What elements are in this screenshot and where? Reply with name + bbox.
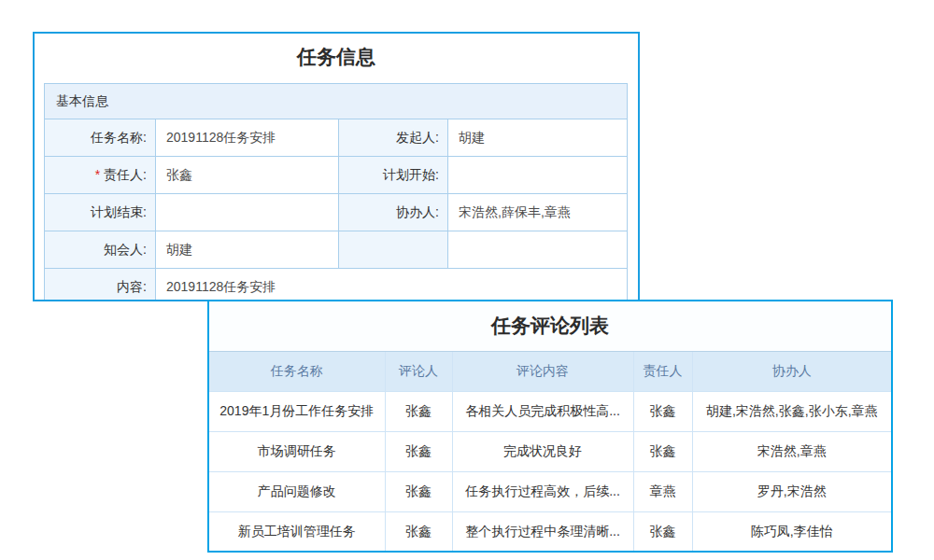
table-row: 新员工培训管理任务 张鑫 整个执行过程中条理清晰... 张鑫 陈巧凤,李佳怡 (209, 511, 891, 552)
comment-list-title: 任务评论列表 (209, 313, 891, 339)
form-row: *责任人: 张鑫 计划开始: (45, 157, 628, 194)
owner-link[interactable]: 张鑫 (633, 511, 692, 552)
content-value: 20191128任务安排 (156, 269, 628, 302)
owner-link[interactable]: 张鑫 (633, 391, 692, 431)
task-name-value: 20191128任务安排 (156, 119, 339, 157)
comment-table-header-row: 任务名称 评论人 评论内容 责任人 协办人 (209, 352, 891, 391)
task-info-title: 任务信息 (35, 44, 638, 70)
form-row: 计划结束: 协办人: 宋浩然,薛保丰,章燕 (45, 194, 628, 231)
comment-text: 完成状况良好 (452, 431, 633, 471)
collaborators-label: 协办人: (339, 194, 448, 231)
plan-end-label: 计划结束: (45, 194, 156, 231)
plan-start-value (448, 157, 628, 194)
column-header-owner: 责任人 (633, 352, 692, 391)
owner-label-text: 责任人: (104, 167, 147, 182)
comment-table-wrap: 任务名称 评论人 评论内容 责任人 协办人 2019年1月份工作任务安排 张鑫 … (209, 351, 891, 552)
form-row: 知会人: 胡建 (45, 231, 628, 269)
column-header-collaborators: 协办人 (692, 352, 891, 391)
comment-table: 任务名称 评论人 评论内容 责任人 协办人 2019年1月份工作任务安排 张鑫 … (209, 352, 891, 552)
commenter-link[interactable]: 张鑫 (385, 431, 452, 471)
task-info-form: 基本信息 任务名称: 20191128任务安排 发起人: 胡建 *责任人: 张鑫… (44, 83, 628, 301)
table-row: 2019年1月份工作任务安排 张鑫 各相关人员完成积极性高... 张鑫 胡建,宋… (209, 391, 891, 431)
commenter-link[interactable]: 张鑫 (385, 391, 452, 431)
initiator-label: 发起人: (339, 119, 448, 157)
collaborators-text: 陈巧凤,李佳怡 (692, 511, 891, 552)
task-link[interactable]: 市场调研任务 (209, 431, 385, 471)
commenter-link[interactable]: 张鑫 (385, 471, 452, 511)
form-row: 内容: 20191128任务安排 (45, 269, 628, 302)
collaborators-text: 宋浩然,章燕 (692, 431, 891, 471)
initiator-value: 胡建 (448, 119, 628, 157)
form-row: 任务名称: 20191128任务安排 发起人: 胡建 (45, 119, 628, 157)
empty-value-cell (448, 231, 628, 269)
required-mark: * (95, 167, 100, 182)
content-label: 内容: (45, 269, 156, 302)
cc-label: 知会人: (45, 231, 156, 269)
plan-end-value (156, 194, 339, 231)
owner-link[interactable]: 张鑫 (633, 431, 692, 471)
plan-start-label: 计划开始: (339, 157, 448, 194)
empty-label-cell (339, 231, 448, 269)
column-header-commenter: 评论人 (385, 352, 452, 391)
collaborators-text: 胡建,宋浩然,张鑫,张小东,章燕 (692, 391, 891, 431)
comment-text: 整个执行过程中条理清晰... (452, 511, 633, 552)
task-info-panel: 任务信息 基本信息 任务名称: 20191128任务安排 发起人: 胡建 *责任… (33, 32, 640, 301)
basic-info-section-header: 基本信息 (45, 84, 628, 119)
owner-value: 张鑫 (156, 157, 339, 194)
task-comment-list-panel: 任务评论列表 任务名称 评论人 评论内容 责任人 协办人 2019年1月份工作任… (207, 300, 893, 553)
cc-value: 胡建 (156, 231, 339, 269)
column-header-task-name: 任务名称 (209, 352, 385, 391)
table-row: 市场调研任务 张鑫 完成状况良好 张鑫 宋浩然,章燕 (209, 431, 891, 471)
collaborators-text: 罗丹,宋浩然 (692, 471, 891, 511)
task-name-label: 任务名称: (45, 119, 156, 157)
comment-text: 各相关人员完成积极性高... (452, 391, 633, 431)
task-link[interactable]: 2019年1月份工作任务安排 (209, 391, 385, 431)
task-link[interactable]: 新员工培训管理任务 (209, 511, 385, 552)
collaborators-value: 宋浩然,薛保丰,章燕 (448, 194, 628, 231)
task-link[interactable]: 产品问题修改 (209, 471, 385, 511)
table-row: 产品问题修改 张鑫 任务执行过程高效，后续... 章燕 罗丹,宋浩然 (209, 471, 891, 511)
commenter-link[interactable]: 张鑫 (385, 511, 452, 552)
column-header-comment: 评论内容 (452, 352, 633, 391)
owner-link[interactable]: 章燕 (633, 471, 692, 511)
owner-label: *责任人: (45, 157, 156, 194)
comment-text: 任务执行过程高效，后续... (452, 471, 633, 511)
